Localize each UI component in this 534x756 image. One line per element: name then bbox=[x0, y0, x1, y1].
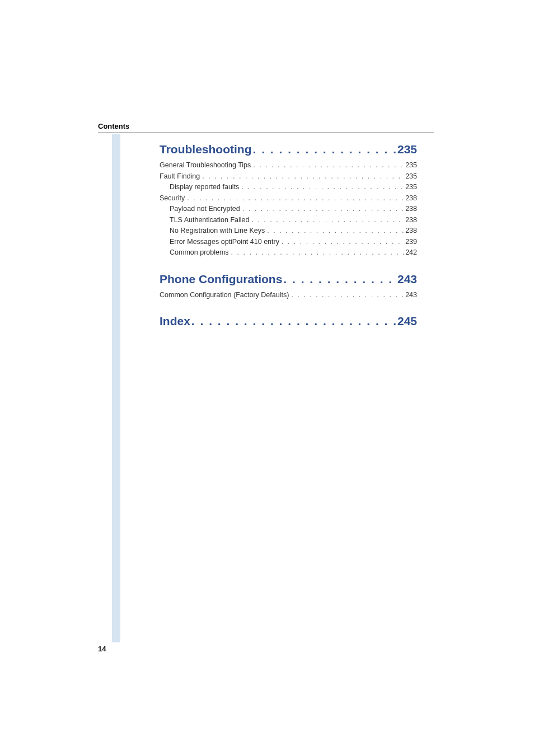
toc-heading-page: 235 bbox=[397, 143, 417, 156]
toc-entry[interactable]: Fault Finding. . . . . . . . . . . . . .… bbox=[160, 172, 417, 182]
toc-entry-title: Fault Finding bbox=[160, 172, 200, 182]
toc-entry-leader: . . . . . . . . . . . . . . . . . . . . … bbox=[249, 215, 405, 226]
toc-entry-leader: . . . . . . . . . . . . . . . . . . . . … bbox=[289, 290, 405, 300]
toc-entry-title: General Troubleshooting Tips bbox=[160, 161, 251, 171]
toc-heading-title: Index bbox=[160, 314, 190, 328]
toc-entry-page: 238 bbox=[405, 194, 417, 204]
toc-entry-page: 238 bbox=[405, 215, 417, 226]
toc-heading-page: 245 bbox=[397, 314, 417, 328]
toc-entry[interactable]: Security. . . . . . . . . . . . . . . . … bbox=[160, 194, 417, 204]
toc-entry-title: Common Configuration (Factory Defaults) bbox=[160, 290, 289, 300]
toc-entry[interactable]: No Registration with Line Keys. . . . . … bbox=[160, 226, 417, 236]
toc-entry-page: 235 bbox=[405, 182, 417, 192]
toc-entry-leader: . . . . . . . . . . . . . . . . . . . . … bbox=[229, 248, 406, 258]
toc-entry-page: 235 bbox=[405, 161, 417, 171]
toc-entry-page: 239 bbox=[405, 237, 417, 247]
toc-entry-title: TLS Authentication Failed bbox=[170, 215, 249, 226]
toc-entry[interactable]: General Troubleshooting Tips. . . . . . … bbox=[160, 161, 417, 171]
toc-entry-page: 238 bbox=[405, 226, 417, 236]
toc-heading-leader: . . . . . . . . . . . . . . . . . . . . … bbox=[190, 314, 397, 328]
toc-entry[interactable]: Common Configuration (Factory Defaults).… bbox=[160, 290, 417, 300]
toc-entry-leader: . . . . . . . . . . . . . . . . . . . . … bbox=[251, 161, 405, 171]
toc-entry-title: Common problems bbox=[170, 248, 229, 258]
toc-entry-page: 235 bbox=[405, 172, 417, 182]
toc-entry[interactable]: Error Messages optiPoint 410 entry. . . … bbox=[160, 237, 417, 247]
toc-content: Troubleshooting. . . . . . . . . . . . .… bbox=[160, 143, 417, 342]
toc-entry[interactable]: Display reported faults. . . . . . . . .… bbox=[160, 182, 417, 192]
toc-heading[interactable]: Phone Configurations. . . . . . . . . . … bbox=[160, 273, 417, 286]
toc-entry-page: 243 bbox=[405, 290, 417, 300]
toc-heading-title: Phone Configurations bbox=[160, 273, 282, 286]
toc-entry-title: Error Messages optiPoint 410 entry bbox=[170, 237, 279, 247]
header-rule bbox=[98, 133, 434, 133]
toc-entry-title: Payload not Encrypted bbox=[170, 204, 240, 214]
toc-entry-title: No Registration with Line Keys bbox=[170, 226, 265, 236]
toc-entry-page: 238 bbox=[405, 204, 417, 214]
toc-entry[interactable]: Common problems. . . . . . . . . . . . .… bbox=[160, 248, 417, 258]
section-label: Contents bbox=[98, 122, 434, 130]
toc-section: Troubleshooting. . . . . . . . . . . . .… bbox=[160, 143, 417, 258]
toc-entry[interactable]: Payload not Encrypted. . . . . . . . . .… bbox=[160, 204, 417, 214]
toc-entry-leader: . . . . . . . . . . . . . . . . . . . . … bbox=[265, 226, 405, 236]
toc-entry[interactable]: TLS Authentication Failed. . . . . . . .… bbox=[160, 215, 417, 226]
toc-entry-leader: . . . . . . . . . . . . . . . . . . . . … bbox=[239, 182, 405, 192]
header-block: Contents bbox=[98, 122, 434, 133]
toc-heading-page: 243 bbox=[397, 273, 417, 286]
toc-heading[interactable]: Troubleshooting. . . . . . . . . . . . .… bbox=[160, 143, 417, 156]
toc-heading-leader: . . . . . . . . . . . . . . . . . . . . … bbox=[251, 143, 397, 156]
toc-entry-leader: . . . . . . . . . . . . . . . . . . . . … bbox=[200, 172, 405, 182]
toc-entry-title: Display reported faults bbox=[170, 182, 239, 192]
toc-section: Phone Configurations. . . . . . . . . . … bbox=[160, 273, 417, 300]
toc-heading-leader: . . . . . . . . . . . . . . . . . . . . … bbox=[282, 273, 397, 286]
toc-heading[interactable]: Index. . . . . . . . . . . . . . . . . .… bbox=[160, 314, 417, 328]
toc-entry-leader: . . . . . . . . . . . . . . . . . . . . … bbox=[279, 237, 405, 247]
toc-entry-leader: . . . . . . . . . . . . . . . . . . . . … bbox=[240, 204, 405, 214]
toc-entry-leader: . . . . . . . . . . . . . . . . . . . . … bbox=[185, 194, 405, 204]
toc-entry-title: Security bbox=[160, 194, 185, 204]
toc-entry-page: 242 bbox=[405, 248, 417, 258]
toc-heading-title: Troubleshooting bbox=[160, 143, 251, 156]
toc-section: Index. . . . . . . . . . . . . . . . . .… bbox=[160, 314, 417, 328]
page-number: 14 bbox=[98, 645, 106, 653]
margin-bar bbox=[112, 134, 120, 642]
